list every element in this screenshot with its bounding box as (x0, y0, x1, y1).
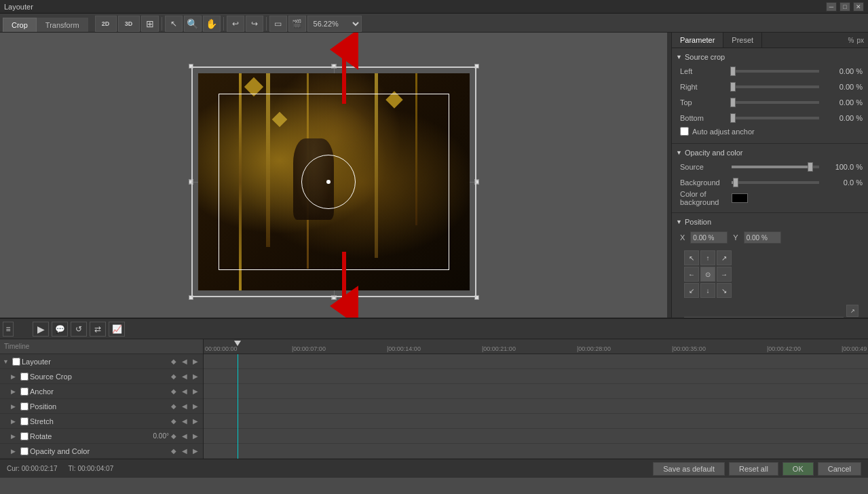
close-button[interactable]: ✕ (853, 2, 864, 12)
param-left-slider[interactable] (732, 70, 819, 73)
tl-right-position[interactable]: ▶ (191, 402, 200, 411)
nav-center-btn[interactable]: ⊙ (700, 267, 715, 282)
tl-right-rotate[interactable]: ▶ (191, 432, 200, 441)
tl-check-stretch[interactable] (20, 417, 29, 425)
tab-crop[interactable]: Crop (3, 18, 37, 32)
panel-tab-preset[interactable]: Preset (723, 33, 762, 48)
nav-ml-btn[interactable]: ← (684, 267, 699, 282)
pos-y-input[interactable] (744, 231, 781, 244)
param-top-slider[interactable] (732, 101, 819, 104)
tl-item-rotate[interactable]: ▶ Rotate 0.00° ◆ ◀ ▶ (0, 429, 203, 444)
cancel-button[interactable]: Cancel (818, 462, 861, 476)
tl-check-rotate[interactable] (20, 432, 29, 440)
param-background-thumb[interactable] (733, 178, 738, 187)
tab-transform[interactable]: Transform (37, 18, 88, 32)
nav-tc-btn[interactable]: ↑ (700, 250, 715, 265)
tl-add-rotate[interactable]: ◆ (169, 432, 178, 441)
param-source-thumb[interactable] (808, 162, 813, 172)
tl-menu-btn[interactable]: ≡ (3, 322, 14, 337)
section-opacity-header[interactable]: ▼ Opacity and color (672, 147, 868, 159)
tl-left-stretch[interactable]: ◀ (180, 417, 189, 426)
color-swatch[interactable] (732, 193, 748, 203)
save-default-button[interactable]: Save as default (653, 462, 725, 476)
zoom-button[interactable]: 🔍 (184, 16, 202, 32)
tl-add-position[interactable]: ◆ (169, 402, 178, 411)
nav-bc-btn[interactable]: ↓ (700, 283, 715, 298)
tl-expander-source-crop[interactable]: ▶ (11, 373, 20, 380)
tl-expander-layouter[interactable]: ▼ (3, 358, 12, 365)
tl-right-layouter[interactable]: ▶ (191, 357, 200, 366)
nav-br-btn[interactable]: ↘ (717, 283, 732, 298)
zoom-select[interactable]: 56.22% (307, 16, 362, 32)
reset-all-button[interactable]: Reset all (729, 462, 778, 476)
tl-item-anchor[interactable]: ▶ Anchor ◆ ◀ ▶ (0, 384, 203, 399)
section-position-header[interactable]: ▼ Position (672, 216, 868, 228)
tl-add-opacity-color[interactable]: ◆ (169, 446, 178, 456)
tl-expander-rotate[interactable]: ▶ (11, 433, 20, 440)
tl-bounce-btn[interactable]: ⇄ (90, 322, 106, 337)
tl-left-position[interactable]: ◀ (180, 402, 189, 411)
auto-adjust-checkbox[interactable] (680, 127, 689, 136)
tl-add-layouter[interactable]: ◆ (169, 357, 178, 366)
tl-comment-btn[interactable]: 💬 (52, 322, 68, 337)
window-controls[interactable]: ─ □ ✕ (826, 2, 864, 12)
tl-left-opacity-color[interactable]: ◀ (180, 446, 189, 456)
tl-expander-opacity-color[interactable]: ▶ (11, 448, 20, 455)
film-button[interactable]: 🎬 (288, 16, 306, 32)
tl-loop-btn[interactable]: ↺ (71, 322, 87, 337)
3d-button[interactable]: 3D (118, 16, 140, 32)
param-bottom-slider[interactable] (732, 117, 819, 119)
tl-item-layouter[interactable]: ▼ Layouter ◆ ◀ ▶ (0, 354, 203, 369)
nav-mr-btn[interactable]: → (717, 267, 732, 282)
tl-check-opacity-color[interactable] (20, 447, 29, 455)
section-source-crop-header[interactable]: ▼ Source crop (672, 51, 868, 63)
tl-item-stretch[interactable]: ▶ Stretch ◆ ◀ ▶ (0, 414, 203, 429)
tl-add-source-crop[interactable]: ◆ (169, 372, 178, 381)
tl-right-stretch[interactable]: ▶ (191, 417, 200, 426)
maximize-button[interactable]: □ (839, 2, 850, 12)
pan-button[interactable]: ✋ (203, 16, 221, 32)
tl-add-anchor[interactable]: ◆ (169, 387, 178, 396)
ok-button[interactable]: OK (782, 462, 814, 476)
undo-button[interactable]: ↩ (227, 16, 244, 32)
nav-bl-btn[interactable]: ↙ (684, 283, 699, 298)
panel-tab-parameter[interactable]: Parameter (672, 33, 723, 48)
tl-left-rotate[interactable]: ◀ (180, 432, 189, 441)
tl-expander-position[interactable]: ▶ (11, 403, 20, 410)
param-background-slider[interactable] (732, 181, 819, 184)
tl-right-opacity-color[interactable]: ▶ (191, 446, 200, 456)
param-bottom-thumb[interactable] (730, 113, 736, 123)
rect-button[interactable]: ▭ (269, 16, 287, 32)
tl-check-anchor[interactable] (20, 387, 29, 396)
tl-left-anchor[interactable]: ◀ (180, 387, 189, 396)
tl-item-opacity-color[interactable]: ▶ Opacity and Color ◆ ◀ ▶ (0, 444, 203, 459)
tl-check-source-crop[interactable] (20, 373, 29, 381)
nav-tr-btn[interactable]: ↗ (717, 250, 732, 265)
tl-play-btn[interactable]: ▶ (33, 322, 49, 337)
minimize-button[interactable]: ─ (826, 2, 837, 12)
param-source-slider[interactable] (732, 166, 819, 168)
tl-right-anchor[interactable]: ▶ (191, 387, 200, 396)
2d-button[interactable]: 2D (95, 16, 117, 32)
tl-expander-stretch[interactable]: ▶ (11, 418, 20, 425)
tl-left-layouter[interactable]: ◀ (180, 357, 189, 366)
tl-add-stretch[interactable]: ◆ (169, 417, 178, 426)
tl-expander-anchor[interactable]: ▶ (11, 388, 20, 395)
tl-right-source-crop[interactable]: ▶ (191, 372, 200, 381)
tl-left-source-crop[interactable]: ◀ (180, 372, 189, 381)
nav-tl-btn[interactable]: ↖ (684, 250, 699, 265)
tl-item-source-crop[interactable]: ▶ Source Crop ◆ ◀ ▶ (0, 369, 203, 384)
param-left-thumb[interactable] (730, 66, 736, 76)
tl-check-layouter[interactable] (12, 358, 20, 366)
tl-check-position[interactable] (20, 402, 29, 411)
underscan-tr-btn[interactable]: ↗ (846, 305, 858, 317)
param-right-slider[interactable] (732, 86, 819, 88)
param-right-thumb[interactable] (730, 82, 736, 92)
select-button[interactable]: ↖ (165, 16, 183, 32)
underscan-select[interactable]: Underscan Overscan None (684, 317, 844, 318)
redo-button[interactable]: ↪ (246, 16, 263, 32)
tl-item-position[interactable]: ▶ Position ◆ ◀ ▶ (0, 399, 203, 414)
grid-button[interactable]: ⊞ (141, 16, 159, 32)
param-top-thumb[interactable] (730, 98, 736, 107)
tl-chart-btn[interactable]: 📈 (109, 322, 125, 337)
